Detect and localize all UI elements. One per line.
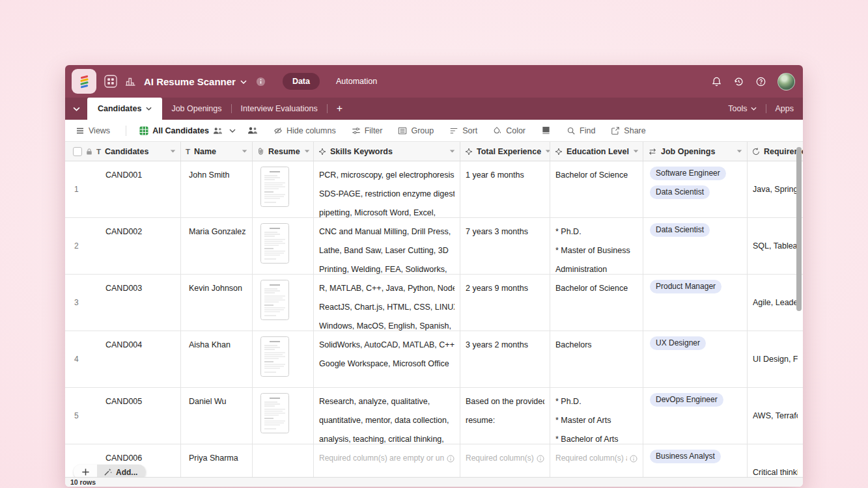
vertical-scrollbar[interactable] [796, 147, 802, 311]
view-dropdown-chevron[interactable] [229, 129, 236, 133]
tab-interview-evaluations[interactable]: Interview Evaluations [232, 98, 327, 120]
education-cell[interactable]: Bachelors [550, 331, 643, 387]
resume-thumbnail[interactable] [260, 336, 289, 377]
resume-cell[interactable] [253, 331, 314, 387]
column-header-skills[interactable]: Skills Keywords [314, 142, 460, 161]
view-switcher[interactable]: All Candidates [139, 126, 223, 135]
sort-button[interactable]: Sort [449, 126, 477, 135]
job-chip[interactable]: Business Analyst [650, 450, 721, 463]
requirements-cell[interactable]: Java, Spring B [748, 161, 803, 217]
apps-menu[interactable]: Apps [766, 104, 804, 113]
skills-cell[interactable]: Research, analyze, qualitative,quantitat… [314, 388, 460, 444]
resume-cell[interactable] [253, 275, 314, 331]
chart-icon[interactable] [125, 77, 136, 87]
select-all-checkbox[interactable] [73, 147, 82, 156]
add-table-button[interactable]: + [328, 98, 352, 120]
skills-cell[interactable]: Required column(s) are empty or una [314, 444, 460, 477]
help-icon[interactable] [755, 76, 766, 87]
name-cell[interactable]: Aisha Khan [181, 331, 253, 387]
experience-cell[interactable]: Based on the providedresume: [460, 388, 550, 444]
column-header-exp[interactable]: Total Experience [460, 142, 550, 161]
row-height-button[interactable] [541, 126, 551, 135]
hide-columns-button[interactable]: Hide columns [273, 126, 336, 135]
candidate-id-cell[interactable]: 1CAND001 [65, 161, 181, 217]
experience-cell[interactable]: Required column(s) [460, 444, 550, 477]
tab-candidates[interactable]: Candidates [87, 98, 162, 120]
group-button[interactable]: Group [398, 126, 434, 135]
name-cell[interactable]: Daniel Wu [181, 388, 253, 444]
experience-cell[interactable]: 2 years 9 months [460, 275, 550, 331]
user-avatar[interactable] [777, 73, 795, 90]
candidate-id-cell[interactable]: 5CAND005 [65, 388, 181, 444]
column-header-req[interactable]: Requirements [748, 142, 803, 161]
tab-automation[interactable]: Automation [326, 73, 387, 90]
collapse-chevron-icon[interactable] [65, 98, 87, 120]
tools-menu[interactable]: Tools [719, 104, 765, 113]
find-button[interactable]: Find [567, 126, 595, 135]
job-chip[interactable]: Product Manager [650, 280, 721, 293]
requirements-cell[interactable]: Critical thinking [748, 444, 803, 477]
skills-cell[interactable]: R, MATLAB, C++, Java, Python, NodeJS,Rea… [314, 275, 460, 331]
resume-cell[interactable] [253, 388, 314, 444]
views-button[interactable]: Views [76, 126, 110, 135]
name-cell[interactable]: John Smith [181, 161, 253, 217]
resume-cell[interactable] [253, 444, 314, 477]
notifications-icon[interactable] [711, 76, 722, 87]
job-chip[interactable]: Data Scientist [650, 223, 710, 237]
candidate-id-cell[interactable]: 3CAND003 [65, 275, 181, 331]
requirements-cell[interactable]: Agile, Leaders [748, 275, 803, 331]
candidate-id-cell[interactable]: 2CAND002 [65, 218, 181, 274]
job-chip[interactable]: UX Designer [650, 336, 706, 350]
job-openings-cell[interactable]: DevOps Engineer [643, 388, 748, 444]
resume-cell[interactable] [253, 218, 314, 274]
requirements-cell[interactable]: SQL, Tableau, [748, 218, 803, 274]
job-chip[interactable]: Software Engineer [650, 167, 726, 180]
job-openings-cell[interactable]: UX Designer [643, 331, 748, 387]
info-icon[interactable] [256, 77, 266, 87]
education-cell[interactable]: Bachelor of Science [550, 161, 643, 217]
resume-cell[interactable] [253, 161, 314, 217]
tab-job-openings[interactable]: Job Openings [162, 98, 231, 120]
education-cell[interactable]: * Ph.D.* Master of Arts* Bachelor of Art… [550, 388, 643, 444]
candidate-id-cell[interactable]: 4CAND004 [65, 331, 181, 387]
color-button[interactable]: Color [493, 126, 525, 135]
resume-thumbnail[interactable] [260, 280, 289, 320]
job-openings-cell[interactable]: Software EngineerData Scientist [643, 161, 748, 217]
resume-thumbnail[interactable] [260, 167, 289, 207]
job-openings-cell[interactable]: Data Scientist [643, 218, 748, 274]
job-chip[interactable]: Data Scientist [650, 185, 710, 199]
skills-cell[interactable]: CNC and Manual Milling, Drill Press,Lath… [314, 218, 460, 274]
job-openings-cell[interactable]: Business Analyst [643, 444, 748, 477]
filter-button[interactable]: Filter [352, 126, 383, 135]
name-cell[interactable]: Priya Sharma [181, 444, 253, 477]
name-cell[interactable]: Maria Gonzalez [181, 218, 253, 274]
column-header-resume[interactable]: Resume [253, 142, 314, 161]
requirements-cell[interactable]: AWS, Terraform [748, 388, 803, 444]
base-title[interactable]: AI Resume Scanner [144, 76, 247, 87]
column-header-name[interactable]: TName [181, 142, 253, 161]
column-header-edu[interactable]: Education Level [550, 142, 643, 161]
resume-thumbnail[interactable] [260, 393, 289, 433]
experience-cell[interactable]: 1 year 6 months [460, 161, 550, 217]
collaborators-button[interactable] [247, 126, 258, 135]
skills-cell[interactable]: PCR, microscopy, gel electrophoresis,SDS… [314, 161, 460, 217]
experience-cell[interactable]: 7 years 3 months [460, 218, 550, 274]
column-header-jobs[interactable]: Job Openings [643, 142, 748, 161]
column-header-candidates[interactable]: TCandidates [65, 142, 181, 161]
education-cell[interactable]: Required column(s) a [550, 444, 643, 477]
name-cell[interactable]: Kevin Johnson [181, 275, 253, 331]
skills-cell[interactable]: SolidWorks, AutoCAD, MATLAB, C++,Google … [314, 331, 460, 387]
apps-grid-icon[interactable] [104, 75, 117, 88]
experience-cell[interactable]: 3 years 2 months [460, 331, 550, 387]
job-openings-cell[interactable]: Product Manager [643, 275, 748, 331]
resume-thumbnail[interactable] [260, 223, 289, 264]
education-cell[interactable]: Bachelor of Science [550, 275, 643, 331]
history-icon[interactable] [733, 76, 744, 87]
education-cell[interactable]: * Ph.D.* Master of BusinessAdministratio… [550, 218, 643, 274]
airtable-logo[interactable] [72, 69, 96, 94]
requirements-cell[interactable]: UI Design, Figm [748, 331, 803, 387]
share-button[interactable]: Share [611, 126, 645, 135]
column-label: Skills Keywords [330, 147, 393, 156]
tab-data[interactable]: Data [283, 73, 320, 90]
job-chip[interactable]: DevOps Engineer [650, 393, 723, 407]
